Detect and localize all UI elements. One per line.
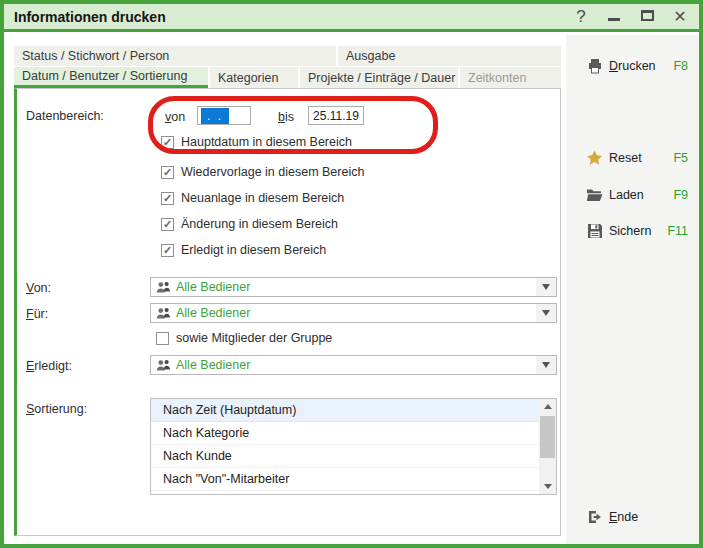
laden-button[interactable]: Laden F9 xyxy=(586,186,688,204)
button-label: Sichern xyxy=(609,224,651,238)
erledigt-bediener-dropdown[interactable]: Alle Bediener xyxy=(150,355,557,375)
scroll-down-icon[interactable] xyxy=(539,479,556,494)
list-item-nach-zeit[interactable]: Nach Zeit (Hauptdatum) xyxy=(151,399,540,422)
dropdown-text: Alle Bediener xyxy=(176,358,250,372)
check-icon: ✓ xyxy=(163,219,172,230)
datenbereich-label: Datenbereich: xyxy=(26,109,104,123)
checkbox-label: Erledigt in diesem Bereich xyxy=(181,243,326,257)
list-item-nach-kategorie[interactable]: Nach Kategorie xyxy=(151,422,540,445)
chevron-down-icon xyxy=(542,362,550,368)
tab-status-stichwort-person[interactable]: Status / Stichwort / Person xyxy=(14,46,336,66)
folder-icon xyxy=(586,187,603,203)
reset-button[interactable]: Reset F5 xyxy=(586,149,688,167)
checkbox-row-wiedervorlage[interactable]: ✓ Wiedervorlage in diesem Bereich xyxy=(161,164,364,180)
checkbox[interactable]: ✓ xyxy=(161,244,174,257)
fkey-label: F9 xyxy=(673,188,688,202)
erledigt-row-label: Erledigt: xyxy=(26,359,72,373)
scrollbar-thumb[interactable] xyxy=(540,416,555,458)
window-controls: ? ✕ xyxy=(572,8,689,25)
chevron-down-icon xyxy=(542,310,550,316)
checkbox-label: Hauptdatum in diesem Bereich xyxy=(181,135,352,149)
bis-label: bis xyxy=(278,110,294,124)
checkbox-label: Änderung in diesem Bereich xyxy=(181,217,338,231)
list-item-nach-von-mitarbeiter[interactable]: Nach "Von"-Mitarbeiter xyxy=(151,468,540,491)
dropdown-arrow-button[interactable] xyxy=(536,278,556,296)
bis-date-input[interactable]: 25.11.19 xyxy=(308,106,364,125)
tab-kategorien[interactable]: Kategorien xyxy=(210,67,298,88)
fuer-row-label: Für: xyxy=(26,307,48,321)
dropdown-arrow-button[interactable] xyxy=(536,356,556,374)
dropdown-value: Alle Bediener xyxy=(151,358,536,372)
window-title: Informationen drucken xyxy=(14,9,166,25)
exit-icon xyxy=(586,509,603,525)
tab-strip-lower: Datum / Benutzer / Sortierung Kategorien… xyxy=(14,67,561,88)
checkbox-row-gruppe[interactable]: sowie Mitglieder der Gruppe xyxy=(156,330,332,346)
list-item-nach-kunde[interactable]: Nach Kunde xyxy=(151,445,540,468)
checkbox-label: Neuanlage in diesem Bereich xyxy=(181,191,344,205)
tab-label: Zeitkonten xyxy=(468,71,526,85)
star-icon xyxy=(586,150,603,166)
tab-projekte-eintraege-dauer[interactable]: Projekte / Einträge / Dauer xyxy=(300,67,458,88)
dropdown-arrow-button[interactable] xyxy=(536,304,556,322)
tab-datum-benutzer-sortierung[interactable]: Datum / Benutzer / Sortierung xyxy=(14,67,208,88)
fkey-label: F5 xyxy=(673,151,688,165)
close-icon[interactable]: ✕ xyxy=(671,9,689,25)
tab-label: Datum / Benutzer / Sortierung xyxy=(22,69,187,83)
checkbox-row-erledigt[interactable]: ✓ Erledigt in diesem Bereich xyxy=(161,242,326,258)
button-label: Reset xyxy=(609,151,642,165)
minimize-icon[interactable] xyxy=(605,10,623,24)
title-bar: Informationen drucken ? ✕ xyxy=(4,4,699,32)
tab-label: Projekte / Einträge / Dauer xyxy=(308,71,455,85)
von-bediener-dropdown[interactable]: Alle Bediener xyxy=(150,277,557,297)
button-label: Drucken xyxy=(609,59,656,73)
drucken-button[interactable]: Drucken F8 xyxy=(586,57,688,75)
tab-label: Status / Stichwort / Person xyxy=(22,49,169,63)
users-icon xyxy=(156,307,171,320)
check-icon: ✓ xyxy=(163,137,172,148)
maximize-icon[interactable] xyxy=(638,10,656,24)
bis-date-value: 25.11.19 xyxy=(309,109,363,123)
printer-icon xyxy=(586,58,603,74)
checkbox[interactable]: ✓ xyxy=(161,192,174,205)
ende-button[interactable]: Ende xyxy=(586,508,688,526)
von-row-label: Von: xyxy=(26,281,51,295)
von-date-selected-text: . . xyxy=(201,108,229,124)
chevron-down-icon xyxy=(542,284,550,290)
tab-label: Kategorien xyxy=(218,71,278,85)
sichern-button[interactable]: Sichern F11 xyxy=(586,222,688,240)
sortierung-label: Sortierung: xyxy=(26,402,87,416)
fkey-label: F8 xyxy=(673,59,688,73)
dropdown-value: Alle Bediener xyxy=(151,306,536,320)
checkbox-row-neuanlage[interactable]: ✓ Neuanlage in diesem Bereich xyxy=(161,190,344,206)
fuer-bediener-dropdown[interactable]: Alle Bediener xyxy=(150,303,557,323)
dropdown-value: Alle Bediener xyxy=(151,280,536,294)
tab-label: Ausgabe xyxy=(346,49,395,63)
checkbox[interactable]: ✓ xyxy=(161,136,174,149)
check-icon: ✓ xyxy=(163,245,172,256)
fkey-label: F11 xyxy=(667,224,688,238)
von-date-input[interactable]: . . xyxy=(197,106,251,125)
button-label: Laden xyxy=(609,188,644,202)
save-icon xyxy=(586,223,603,239)
button-label: Ende xyxy=(609,510,638,524)
checkbox[interactable]: ✓ xyxy=(161,166,174,179)
von-label: von xyxy=(165,110,185,124)
tab-ausgabe[interactable]: Ausgabe xyxy=(338,46,561,66)
users-icon xyxy=(156,281,171,294)
action-sidebar: Drucken F8 Reset F5 Laden F9 xyxy=(566,35,699,544)
scroll-up-icon[interactable] xyxy=(539,399,556,414)
checkbox[interactable] xyxy=(156,332,169,345)
dropdown-text: Alle Bediener xyxy=(176,306,250,320)
dropdown-text: Alle Bediener xyxy=(176,280,250,294)
checkbox[interactable]: ✓ xyxy=(161,218,174,231)
tab-strip-upper: Status / Stichwort / Person Ausgabe xyxy=(14,46,561,66)
help-icon[interactable]: ? xyxy=(572,8,590,25)
checkbox-label: Wiedervorlage in diesem Bereich xyxy=(181,165,364,179)
dialog-informationen-drucken: Informationen drucken ? ✕ Status / Stich… xyxy=(0,0,703,548)
tab-zeitkonten[interactable]: Zeitkonten xyxy=(460,67,561,88)
scrollbar[interactable] xyxy=(539,399,556,494)
checkbox-row-hauptdatum[interactable]: ✓ Hauptdatum in diesem Bereich xyxy=(161,134,352,150)
checkbox-row-aenderung[interactable]: ✓ Änderung in diesem Bereich xyxy=(161,216,338,232)
check-icon: ✓ xyxy=(163,193,172,204)
sortierung-listbox: Nach Zeit (Hauptdatum) Nach Kategorie Na… xyxy=(150,398,557,495)
